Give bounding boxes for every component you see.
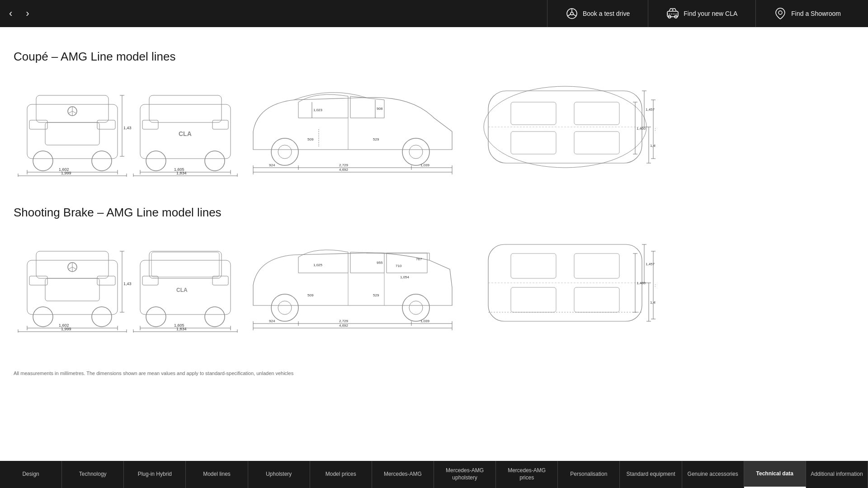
- svg-text:710: 710: [396, 264, 402, 268]
- svg-point-39: [205, 151, 225, 171]
- bottom-navigation: DesignTechnologyPlug-in HybridModel line…: [0, 461, 868, 488]
- car-icon: [666, 7, 679, 20]
- svg-text:1,999: 1,999: [61, 171, 71, 175]
- bottom-nav-item-8[interactable]: Mercedes-AMG prices: [496, 461, 558, 488]
- prev-button[interactable]: ‹: [9, 9, 12, 19]
- svg-text:955: 955: [377, 261, 383, 265]
- svg-point-50: [402, 138, 429, 165]
- svg-rect-166: [574, 253, 619, 278]
- bottom-nav-item-13[interactable]: Additional information: [806, 461, 868, 488]
- svg-line-3: [567, 14, 571, 16]
- sb-top-svg: 1,457 1,454 1,400 1,372: [475, 233, 656, 337]
- svg-text:1,457: 1,457: [646, 108, 655, 112]
- svg-point-15: [33, 151, 53, 171]
- svg-rect-79: [511, 131, 556, 154]
- svg-text:529: 529: [373, 137, 379, 141]
- svg-text:1,054: 1,054: [400, 275, 410, 279]
- svg-text:529: 529: [373, 293, 379, 297]
- svg-rect-78: [574, 102, 619, 125]
- shooting-brake-title: Shooting Brake – AMG Line model lines: [14, 206, 854, 220]
- svg-text:1,372: 1,372: [655, 283, 656, 287]
- bottom-nav-item-3[interactable]: Model lines: [186, 461, 248, 488]
- svg-rect-165: [511, 253, 556, 278]
- svg-text:1,433: 1,433: [123, 282, 131, 286]
- svg-text:509: 509: [307, 137, 314, 141]
- sb-side-view: 1,025 955 767 710 1,054 509 529: [240, 233, 475, 339]
- bottom-nav-item-10[interactable]: Standard equipment: [620, 461, 682, 488]
- svg-point-49: [278, 145, 292, 159]
- svg-text:1,454: 1,454: [650, 300, 656, 305]
- svg-point-102: [33, 307, 53, 327]
- bottom-nav-item-1[interactable]: Technology: [62, 461, 124, 488]
- svg-text:2,729: 2,729: [339, 163, 349, 167]
- shooting-brake-section: Shooting Brake – AMG Line model lines: [14, 206, 854, 339]
- next-button[interactable]: ›: [26, 9, 29, 19]
- svg-point-38: [146, 151, 166, 171]
- svg-point-51: [409, 145, 423, 159]
- svg-rect-121: [149, 251, 222, 278]
- sb-top-view: 1,457 1,454 1,400 1,372: [475, 233, 656, 339]
- svg-text:1,457: 1,457: [646, 262, 655, 266]
- bottom-nav-item-12[interactable]: Technical data: [744, 461, 806, 488]
- svg-text:767: 767: [416, 257, 422, 261]
- coupe-front-svg: 1,602 1,999 1,430: [14, 77, 131, 177]
- svg-rect-168: [574, 287, 619, 312]
- svg-rect-124: [151, 252, 219, 277]
- svg-rect-13: [29, 120, 47, 129]
- sb-rear-view: CLA 1,605 1,834: [131, 233, 240, 334]
- book-test-drive-button[interactable]: Book a test drive: [547, 0, 648, 27]
- svg-rect-14: [97, 120, 115, 129]
- sb-rear-svg: CLA 1,605 1,834: [131, 233, 240, 333]
- bottom-nav-item-6[interactable]: Mercedes-AMG: [372, 461, 434, 488]
- svg-rect-34: [149, 95, 222, 122]
- coupe-rear-view: CLA 1,605 1,834: [131, 77, 240, 178]
- svg-point-138: [402, 294, 429, 321]
- svg-text:CLA: CLA: [179, 130, 192, 137]
- svg-text:4,692: 4,692: [339, 324, 349, 328]
- nav-actions: Book a test drive Find your new CLA: [547, 0, 859, 27]
- svg-point-8: [672, 9, 674, 11]
- svg-line-20: [72, 111, 76, 113]
- svg-text:1,025: 1,025: [313, 263, 323, 267]
- sb-front-view: 1,602 1,999 1,433: [14, 233, 131, 334]
- sb-front-svg: 1,602 1,999 1,433: [14, 233, 131, 333]
- svg-rect-77: [511, 102, 556, 125]
- find-new-cla-button[interactable]: Find your new CLA: [648, 0, 755, 27]
- svg-point-126: [146, 307, 166, 327]
- svg-line-19: [68, 111, 72, 113]
- svg-text:1,454: 1,454: [650, 144, 656, 148]
- svg-rect-101: [97, 276, 115, 285]
- coupe-side-svg: 1,023 908 509 529 924: [240, 77, 475, 181]
- svg-text:1,039: 1,039: [420, 319, 430, 323]
- coupe-front-view: 1,602 1,999 1,430: [14, 77, 131, 178]
- svg-text:4,692: 4,692: [339, 168, 349, 172]
- location-icon: [774, 7, 787, 20]
- svg-text:CLA: CLA: [176, 287, 188, 293]
- find-showroom-button[interactable]: Find a Showroom: [755, 0, 859, 27]
- svg-text:509: 509: [307, 293, 314, 297]
- main-content: Coupé – AMG Line model lines: [0, 27, 868, 389]
- svg-point-136: [271, 294, 298, 321]
- svg-rect-100: [29, 276, 47, 285]
- svg-point-127: [205, 307, 225, 327]
- svg-text:1,834: 1,834: [176, 171, 187, 175]
- svg-rect-12: [45, 122, 99, 145]
- coupe-top-svg: 1,457 1,454 1,400 1,372: [475, 77, 656, 181]
- bottom-nav-item-11[interactable]: Genuine accessories: [682, 461, 744, 488]
- footer-note: All measurements in millimetres. The dim…: [14, 361, 854, 380]
- svg-text:1,400: 1,400: [637, 281, 646, 285]
- bottom-nav-item-9[interactable]: Personalisation: [558, 461, 620, 488]
- svg-text:924: 924: [269, 319, 275, 323]
- svg-text:1,834: 1,834: [176, 327, 187, 331]
- bottom-nav-item-7[interactable]: Mercedes-AMG upholstery: [434, 461, 496, 488]
- svg-point-1: [571, 12, 573, 15]
- bottom-nav-item-5[interactable]: Model prices: [310, 461, 372, 488]
- svg-point-137: [278, 301, 292, 314]
- bottom-nav-item-4[interactable]: Upholstery: [248, 461, 310, 488]
- svg-point-16: [92, 151, 112, 171]
- svg-point-139: [409, 301, 423, 314]
- bottom-nav-item-0[interactable]: Design: [0, 461, 62, 488]
- steering-wheel-icon: [566, 7, 578, 20]
- bottom-nav-item-2[interactable]: Plug-in Hybrid: [124, 461, 186, 488]
- svg-rect-99: [45, 278, 99, 301]
